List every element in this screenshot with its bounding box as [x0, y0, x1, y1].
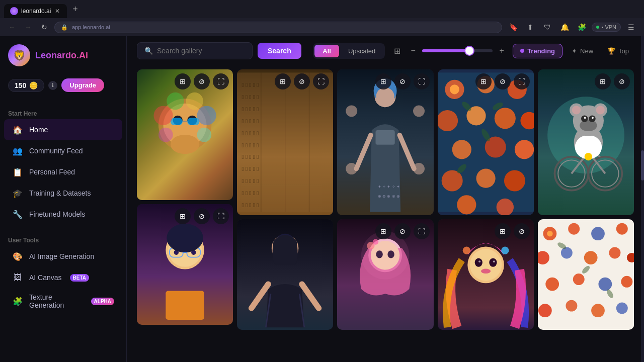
gallery-item-flowers1[interactable]: ⊞ ⊘ ⛶ — [438, 69, 534, 215]
sidebar-item-label-training: Training & Datasets — [29, 189, 91, 197]
sidebar-item-texture[interactable]: 🧩 Texture Generation ALPHA — [4, 288, 122, 314]
gallery-item-girl1[interactable]: ⊞ ⊘ ⛶ — [137, 204, 233, 325]
gallery-item-lion[interactable]: ⊞ ⊘ ⛶ — [137, 69, 233, 200]
warrior-edit-btn[interactable]: ⊘ — [394, 73, 411, 89]
active-tab[interactable]: leonardo.ai ✕ — [4, 4, 67, 18]
warrior-expand-btn[interactable]: ⛶ — [414, 73, 430, 89]
flowers1-edit-btn[interactable]: ⊘ — [495, 73, 511, 89]
zoom-in-button[interactable]: + — [495, 44, 509, 58]
gallery-item-warrior[interactable]: ✦ ✧ ✦ ✧ ✦ ⊕ ⊗ ⊕ ⊗ ⊕ ⊞ ⊘ ⛶ — [337, 69, 433, 215]
svg-text:𓈁 𓉁 𓊁 𓋁 𓌁: 𓈁 𓉁 𓊁 𓋁 𓌁 — [242, 142, 259, 148]
sidebar-item-home[interactable]: 🏠 Home — [4, 119, 122, 140]
bookmark-button[interactable]: 🔖 — [506, 20, 520, 34]
browser-nav-icons: 🔖 ⬆ 🛡 🔔 🧩 • VPN ☰ — [506, 20, 638, 34]
svg-point-66 — [494, 108, 515, 129]
svg-rect-23 — [166, 291, 204, 320]
forward-button[interactable]: → — [22, 21, 34, 33]
koala-remix-btn[interactable]: ⊞ — [595, 73, 611, 89]
egypt-expand-btn[interactable]: ⛶ — [313, 73, 329, 89]
new-button[interactable]: ✦ New — [567, 44, 598, 58]
girl1-edit-btn[interactable]: ⊘ — [194, 208, 210, 224]
girl1-expand-btn[interactable]: ⛶ — [213, 208, 229, 224]
new-tab-button[interactable]: + — [69, 3, 81, 15]
gallery-item-dark-warrior[interactable] — [237, 219, 333, 330]
scrollbar-thumb[interactable] — [641, 150, 644, 180]
sidebar-item-training[interactable]: 🎓 Training & Datasets — [4, 183, 122, 204]
filter-tab-all[interactable]: All — [314, 45, 339, 57]
alert-button[interactable]: 🔔 — [557, 20, 572, 34]
lion-edit-btn[interactable]: ⊘ — [194, 73, 210, 89]
svg-point-68 — [452, 140, 471, 159]
sidebar-item-finetuned[interactable]: 🔧 Finetuned Models — [4, 204, 122, 225]
alpha-badge: ALPHA — [91, 298, 114, 305]
search-input[interactable] — [157, 47, 245, 55]
pink-girl-remix-btn[interactable]: ⊞ — [375, 223, 391, 239]
svg-point-64 — [438, 110, 458, 131]
zoom-out-button[interactable]: − — [406, 44, 420, 58]
svg-point-9 — [197, 106, 216, 125]
filter-tab-upscaled[interactable]: Upscaled — [340, 45, 383, 57]
svg-point-74 — [457, 195, 476, 214]
svg-point-107 — [581, 115, 588, 122]
upgrade-button[interactable]: Upgrade — [61, 78, 104, 92]
shield-button[interactable]: 🛡 — [540, 20, 554, 34]
refresh-button[interactable]: ↻ — [38, 21, 50, 33]
svg-point-121 — [609, 247, 620, 259]
menu-button[interactable]: ☰ — [624, 20, 638, 34]
pink-girl-edit-btn[interactable]: ⊘ — [394, 223, 411, 239]
sidebar-item-community-feed[interactable]: 👥 Community Feed — [4, 140, 122, 161]
tab-bar: leonardo.ai ✕ + — [0, 0, 644, 18]
svg-point-119 — [561, 247, 573, 259]
gallery-item-koala[interactable]: ⊞ ⊘ — [538, 69, 634, 215]
pink-girl-expand-btn[interactable]: ⛶ — [414, 223, 430, 239]
colorful-girl-edit-btn[interactable]: ⊘ — [514, 223, 530, 239]
egypt-edit-btn[interactable]: ⊘ — [294, 73, 310, 89]
back-button[interactable]: ← — [6, 21, 18, 33]
warrior-remix-btn[interactable]: ⊞ — [375, 73, 391, 89]
sidebar-item-label-home: Home — [29, 126, 48, 134]
svg-point-111 — [585, 153, 592, 160]
svg-point-44 — [376, 87, 394, 106]
address-bar[interactable]: 🔒 app.leonardo.ai — [54, 22, 502, 33]
top-label: Top — [618, 47, 629, 55]
extensions-button[interactable]: 🧩 — [575, 20, 589, 34]
gallery-column-1: ⊞ ⊘ ⛶ — [137, 69, 233, 358]
gallery-item-egypt[interactable]: 𓀀 𓁀 𓂀 𓃀 𓄀 𓅀 𓆀 𓇀 𓈀 𓉀 𓊀 𓋀 𓌀 𓍀 𓎀 𓏀 𓐀 𓀁 𓁁 𓂁 … — [237, 69, 333, 215]
lion-expand-btn[interactable]: ⛶ — [213, 73, 229, 89]
koala-actions: ⊞ ⊘ — [595, 73, 630, 89]
svg-point-61 — [450, 84, 459, 94]
svg-text:✦ ✧ ✦ ✧ ✦: ✦ ✧ ✦ ✧ ✦ — [378, 185, 400, 189]
koala-edit-btn[interactable]: ⊘ — [614, 73, 630, 89]
sidebar: Leonardo.Ai 150 🪙 ℹ Upgrade Start Here 🏠… — [0, 36, 127, 362]
trend-dot — [520, 49, 524, 53]
sidebar-item-personal-feed[interactable]: 📋 Personal Feed — [4, 161, 122, 183]
new-label: New — [580, 47, 593, 55]
flowers1-actions: ⊞ ⊘ ⛶ — [475, 73, 530, 89]
sidebar-item-ai-canvas[interactable]: 🖼 AI Canvas BETA — [4, 267, 122, 288]
top-button[interactable]: 🏆 Top — [602, 44, 634, 58]
search-button[interactable]: Search — [258, 43, 301, 59]
gallery-item-pink-girl[interactable]: ⊞ ⊘ ⛶ — [337, 219, 433, 330]
girl1-remix-btn[interactable]: ⊞ — [175, 208, 191, 224]
tab-title: leonardo.ai — [21, 8, 51, 15]
token-info-button[interactable]: ℹ — [48, 81, 57, 90]
flowers1-remix-btn[interactable]: ⊞ — [475, 73, 492, 89]
nav-bar: ← → ↻ 🔒 app.leonardo.ai 🔖 ⬆ 🛡 🔔 🧩 • VPN … — [0, 18, 644, 36]
gallery-item-colorful-girl[interactable]: ⊞ ⊘ — [438, 219, 534, 330]
colorful-girl-remix-btn[interactable]: ⊞ — [495, 223, 511, 239]
grid-view-button[interactable]: ⊞ — [390, 44, 404, 58]
ai-canvas-icon: 🖼 — [12, 272, 23, 283]
flowers1-expand-btn[interactable]: ⛶ — [514, 73, 530, 89]
community-icon: 👥 — [12, 145, 23, 156]
tab-close-button[interactable]: ✕ — [54, 8, 61, 15]
girl1-actions: ⊞ ⊘ ⛶ — [175, 208, 229, 224]
lion-remix-btn[interactable]: ⊞ — [175, 73, 191, 89]
share-button[interactable]: ⬆ — [523, 20, 537, 34]
zoom-slider[interactable] — [422, 49, 493, 52]
gallery-column-3: ✦ ✧ ✦ ✧ ✦ ⊕ ⊗ ⊕ ⊗ ⊕ ⊞ ⊘ ⛶ — [337, 69, 433, 358]
sidebar-item-ai-image[interactable]: 🎨 AI Image Generation — [4, 246, 122, 267]
browser-chrome: leonardo.ai ✕ + ← → ↻ 🔒 app.leonardo.ai … — [0, 0, 644, 36]
egypt-remix-btn[interactable]: ⊞ — [275, 73, 291, 89]
trending-button[interactable]: Trending — [513, 44, 562, 58]
gallery-item-flowers2[interactable] — [538, 219, 634, 330]
